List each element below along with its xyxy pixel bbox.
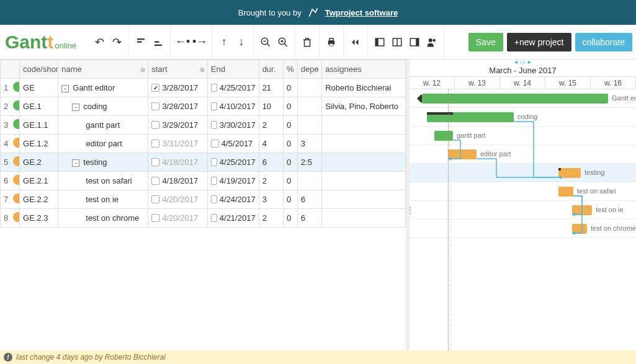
depends-cell[interactable] — [297, 97, 321, 116]
sort-icon[interactable]: ⊕ — [200, 66, 205, 73]
gantt-bar[interactable] — [422, 94, 608, 104]
end-cell[interactable]: 4/10/2017 — [207, 97, 259, 116]
status-cell[interactable] — [10, 116, 20, 135]
milestone-checkbox[interactable] — [211, 84, 217, 92]
header-name[interactable]: name⊕ — [58, 60, 148, 79]
duration-cell[interactable]: 6 — [259, 153, 283, 172]
gantt-row[interactable]: coding — [410, 108, 636, 127]
gantt-bar[interactable] — [448, 149, 477, 159]
gantt-bar[interactable] — [427, 112, 514, 122]
name-cell[interactable]: editor part — [58, 135, 148, 153]
percent-cell[interactable]: 0 — [284, 135, 298, 153]
percent-cell[interactable]: 0 — [284, 209, 298, 228]
code-cell[interactable]: GE.2 — [20, 153, 58, 172]
zoom-out-icon[interactable] — [259, 35, 272, 49]
gantt-bar[interactable] — [558, 168, 581, 178]
assignees-cell[interactable] — [322, 116, 406, 135]
milestone-checkbox[interactable] — [151, 140, 159, 148]
new-project-button[interactable]: +new project — [507, 33, 571, 51]
depends-cell[interactable]: 3 — [297, 135, 321, 153]
task-row[interactable]: 6✎GE.2.1test on safari4/18/20174/19/2017… — [1, 172, 406, 190]
depends-cell[interactable]: 2:5 — [297, 153, 321, 172]
resources-icon[interactable] — [425, 35, 439, 49]
status-cell[interactable] — [10, 79, 20, 97]
name-cell[interactable]: gantt part — [58, 116, 148, 135]
header-end[interactable]: End — [207, 60, 259, 79]
split-center-icon[interactable] — [390, 35, 404, 49]
banner-link[interactable]: Twproject software — [325, 8, 398, 17]
task-row[interactable]: 7✎GE.2.2test on ie4/20/20174/24/2017306 — [1, 190, 406, 209]
assignees-cell[interactable]: Silvia, Pino, Roberto — [322, 97, 406, 116]
code-cell[interactable]: GE — [20, 79, 58, 97]
gantt-row[interactable]: test on ie — [410, 201, 636, 220]
outdent-icon[interactable]: ←• — [176, 35, 189, 49]
duration-cell[interactable]: 2 — [259, 116, 283, 135]
header-start[interactable]: start⊕ — [148, 60, 207, 79]
gantt-row[interactable]: editor part — [410, 145, 636, 164]
edit-icon[interactable]: ✎ — [9, 141, 10, 148]
assignees-cell[interactable] — [322, 172, 406, 190]
edit-icon[interactable]: ✎ — [9, 85, 10, 92]
assignees-cell[interactable]: Roberto Bicchierai — [322, 79, 406, 97]
gantt-bar[interactable] — [572, 224, 587, 234]
status-cell[interactable] — [10, 153, 20, 172]
edit-icon[interactable]: ✎ — [9, 215, 10, 222]
start-cell[interactable]: 3/29/2017 — [148, 116, 207, 135]
name-cell[interactable]: test on chrome — [58, 209, 148, 228]
gantt-row[interactable]: test on chrome — [410, 220, 636, 238]
name-cell[interactable]: -coding — [58, 97, 148, 116]
assignees-cell[interactable] — [322, 135, 406, 153]
gantt-bar[interactable] — [558, 187, 573, 197]
status-cell[interactable] — [10, 97, 20, 116]
duration-cell[interactable]: 4 — [259, 135, 283, 153]
status-cell[interactable] — [10, 209, 20, 228]
toggle-icon[interactable]: - — [61, 85, 69, 92]
percent-cell[interactable]: 0 — [284, 97, 298, 116]
milestone-checkbox[interactable] — [211, 214, 217, 222]
end-cell[interactable]: 4/21/2017 — [207, 209, 259, 228]
duration-cell[interactable]: 21 — [259, 79, 283, 97]
end-cell[interactable]: 4/25/2017 — [207, 153, 259, 172]
milestone-checkbox[interactable] — [211, 158, 217, 166]
end-cell[interactable]: 4/25/2017 — [207, 79, 259, 97]
start-cell[interactable]: 3/31/2017 — [148, 135, 207, 153]
edit-icon[interactable]: ✎ — [9, 159, 10, 166]
milestone-checkbox[interactable] — [151, 214, 159, 222]
milestone-checkbox[interactable] — [151, 177, 159, 185]
percent-cell[interactable]: 0 — [284, 153, 298, 172]
insert-below-icon[interactable] — [151, 35, 165, 49]
edit-icon[interactable]: ✎ — [9, 178, 10, 185]
milestone-checkbox[interactable] — [211, 177, 217, 185]
header-code[interactable]: code/short — [20, 60, 58, 79]
gantt-row[interactable]: testing — [410, 164, 636, 182]
percent-cell[interactable]: 0 — [284, 172, 298, 190]
gantt-next-icon[interactable]: ► — [527, 60, 532, 65]
milestone-checkbox[interactable] — [211, 195, 217, 203]
code-cell[interactable]: GE.1.2 — [20, 135, 58, 153]
indent-icon[interactable]: •→ — [193, 35, 207, 49]
name-cell[interactable]: -testing — [58, 153, 148, 172]
collaborate-button[interactable]: collaborate — [575, 33, 633, 51]
end-cell[interactable]: 4/24/2017 — [207, 190, 259, 209]
name-cell[interactable]: test on safari — [58, 172, 148, 190]
toggle-icon[interactable]: - — [72, 159, 79, 167]
assignees-cell[interactable] — [322, 190, 406, 209]
edit-icon[interactable]: ✎ — [9, 197, 10, 203]
milestone-checkbox[interactable] — [151, 84, 159, 92]
move-down-icon[interactable]: ↓ — [235, 35, 248, 49]
code-cell[interactable]: GE.2.1 — [20, 172, 58, 190]
delete-icon[interactable] — [300, 35, 314, 49]
gantt-box-icon[interactable]: ▭ — [520, 60, 526, 65]
code-cell[interactable]: GE.2.2 — [20, 190, 58, 209]
code-cell[interactable]: GE.1.1 — [20, 116, 58, 135]
task-row[interactable]: 2✎GE.1-coding3/28/20174/10/2017100Silvia… — [1, 97, 406, 116]
split-left-icon[interactable] — [373, 35, 387, 49]
edit-icon[interactable]: ✎ — [9, 104, 10, 110]
print-icon[interactable] — [325, 35, 338, 49]
start-cell[interactable]: 3/28/2017 — [148, 79, 207, 97]
gantt-row[interactable]: Gantt editor — [410, 89, 636, 108]
end-cell[interactable]: 4/19/2017 — [207, 172, 259, 190]
task-row[interactable]: 1✎GE-Gantt editor3/28/20174/25/2017210Ro… — [1, 79, 406, 97]
redo-icon[interactable]: ↷ — [110, 35, 123, 49]
header-duration[interactable]: dur. — [259, 60, 283, 79]
